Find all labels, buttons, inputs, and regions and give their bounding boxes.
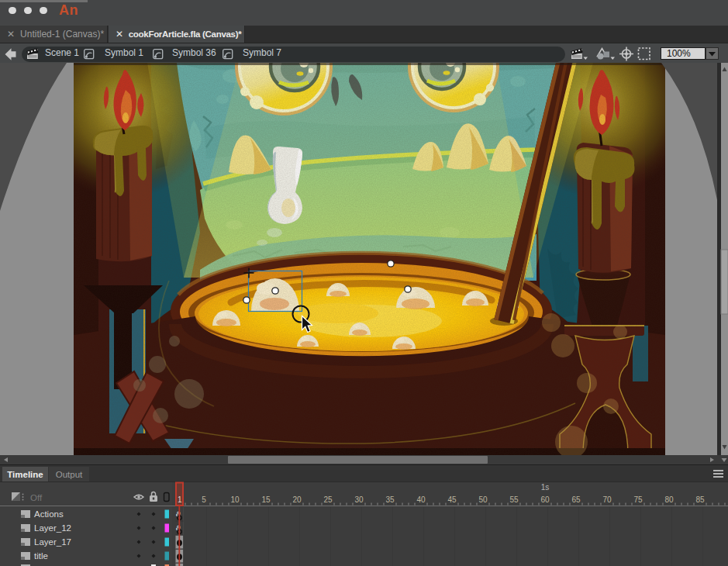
svg-text:70: 70	[602, 495, 612, 504]
svg-text:Off: Off	[30, 493, 43, 502]
svg-text:title: title	[34, 551, 48, 561]
svg-text:80: 80	[664, 495, 674, 504]
svg-text:45: 45	[447, 495, 457, 504]
svg-text:40: 40	[416, 495, 426, 504]
svg-text:60: 60	[540, 495, 550, 504]
svg-text:5: 5	[202, 495, 206, 504]
svg-text:Layer_12: Layer_12	[34, 523, 71, 533]
svg-text:50: 50	[478, 495, 488, 504]
svg-text:25: 25	[323, 495, 333, 504]
svg-text:20: 20	[292, 495, 302, 504]
svg-text:75: 75	[633, 495, 643, 504]
svg-text:30: 30	[354, 495, 364, 504]
svg-text:55: 55	[509, 495, 519, 504]
svg-text:15: 15	[261, 495, 271, 504]
svg-text:35: 35	[385, 495, 395, 504]
svg-text:65: 65	[571, 495, 581, 504]
svg-text:1: 1	[178, 495, 182, 504]
svg-text:Layer_17: Layer_17	[34, 537, 71, 547]
svg-text:10: 10	[230, 495, 240, 504]
svg-text:Actions: Actions	[34, 509, 64, 519]
svg-text:1s: 1s	[541, 483, 550, 492]
svg-text:85: 85	[695, 495, 705, 504]
